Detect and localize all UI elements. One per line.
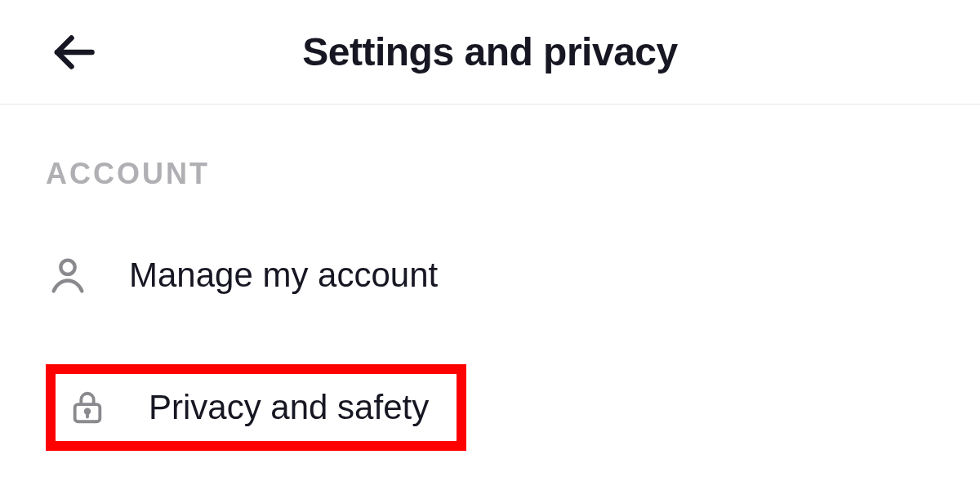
- section-heading-account: ACCOUNT: [46, 157, 934, 191]
- list-item-label: Privacy and safety: [149, 388, 445, 427]
- list-item-manage-account[interactable]: Manage my account: [46, 243, 934, 307]
- lock-icon: [65, 385, 109, 430]
- back-button[interactable]: [49, 28, 98, 77]
- person-icon: [46, 253, 90, 297]
- header: Settings and privacy: [0, 0, 980, 105]
- list-item-label: Manage my account: [129, 256, 438, 295]
- list-item-privacy-safety[interactable]: Privacy and safety: [46, 364, 466, 451]
- svg-point-1: [60, 261, 74, 274]
- arrow-left-icon: [49, 28, 98, 77]
- page-title: Settings and privacy: [39, 29, 941, 74]
- content: ACCOUNT Manage my account Privacy and sa…: [0, 105, 980, 451]
